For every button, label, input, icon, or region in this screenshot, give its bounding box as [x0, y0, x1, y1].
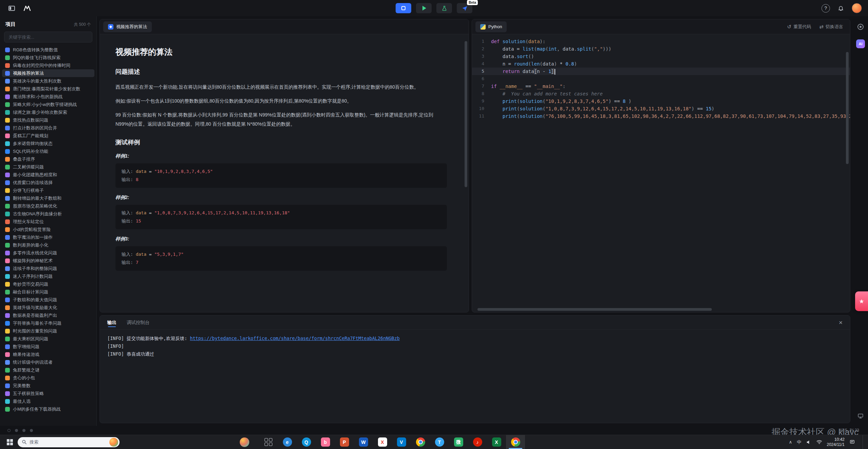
- wechat-taskbar-icon[interactable]: 微: [449, 435, 468, 449]
- code-line[interactable]: 2 data = list(map(int, data.split(","))): [472, 45, 850, 53]
- code-line[interactable]: 7if __name__ == "__main__":: [472, 83, 850, 90]
- sidebar-item[interactable]: 蛋糕工厂产能规划: [2, 132, 94, 140]
- code-line[interactable]: 10 print(solution("1,0,8,7,3,9,12,6,4,15…: [472, 105, 850, 112]
- sidebar-item[interactable]: 视频推荐的算法: [2, 69, 94, 77]
- sidebar-item[interactable]: 兔群繁殖之谜: [2, 366, 94, 374]
- netease-music-taskbar-icon[interactable]: ♪: [468, 435, 487, 449]
- sidebar-item[interactable]: 数列差异的最小化: [2, 241, 94, 249]
- tab-debug-console[interactable]: 调试控制台: [127, 316, 150, 329]
- sidebar-item[interactable]: 理想火车站定位: [2, 218, 94, 226]
- word-taskbar-icon[interactable]: W: [354, 435, 373, 449]
- task-view-taskbar-icon[interactable]: [259, 435, 278, 449]
- sidebar-item[interactable]: 二叉树供暖问题: [2, 163, 94, 171]
- code-editor[interactable]: 1def solution(data):2 data = list(map(in…: [472, 34, 850, 312]
- sidebar-item[interactable]: 打点计数器的区间合并: [2, 124, 94, 132]
- code-line[interactable]: 6: [472, 75, 850, 83]
- qq-taskbar-icon[interactable]: Q: [297, 435, 316, 449]
- ai-assistant-button[interactable]: AI: [855, 39, 866, 49]
- sidebar-item[interactable]: 翻转增益的最大子数组和: [2, 194, 94, 202]
- test-button[interactable]: [436, 3, 452, 13]
- taskbar-search[interactable]: 搜索: [18, 437, 120, 447]
- sidebar-item[interactable]: 五子棋获胜策略: [2, 390, 94, 397]
- bilibili-taskbar-icon[interactable]: b: [316, 435, 335, 449]
- ime-indicator[interactable]: 中: [797, 439, 801, 445]
- sidebar-item[interactable]: 唐门绝技:暴雨梨花针最少发射次数: [2, 85, 94, 93]
- sidebar-item[interactable]: 最小化团建熟悉程度和: [2, 171, 94, 179]
- sidebar-item[interactable]: 糖果传递游戏: [2, 351, 94, 358]
- reset-code-button[interactable]: ↺ 重置代码: [787, 24, 811, 30]
- chrome-active-taskbar-icon[interactable]: [506, 435, 525, 449]
- switch-language-button[interactable]: ⇄ 切换语言: [819, 24, 843, 30]
- sidebar-item[interactable]: 最佳人选: [2, 397, 94, 405]
- sidebar-item[interactable]: 英雄升级与奖励最大化: [2, 304, 94, 311]
- start-button[interactable]: [2, 435, 18, 449]
- wifi-icon[interactable]: [816, 439, 822, 445]
- sidebar-item[interactable]: 数字魔法的加一操作: [2, 233, 94, 241]
- volume-icon[interactable]: [806, 439, 812, 445]
- sidebar-item[interactable]: 英雄决斗的最大胜利次数: [2, 77, 94, 85]
- sidebar-item[interactable]: 优质窗口的连续选择: [2, 179, 94, 186]
- notifications-button[interactable]: [835, 3, 846, 14]
- sidebar-item[interactable]: 叠盘子排序: [2, 155, 94, 163]
- sidebar-item[interactable]: 小M的多任务下载器挑战: [2, 405, 94, 413]
- sidebar-item[interactable]: 统计班级中的说谎者: [2, 358, 94, 366]
- sidebar-item[interactable]: 多零件流水线优化问题: [2, 249, 94, 257]
- code-line[interactable]: 8 # You can add more test cases here: [472, 90, 850, 97]
- profile-image-taskbar-icon[interactable]: [235, 435, 254, 449]
- help-button[interactable]: ?: [821, 4, 830, 13]
- sidebar-item[interactable]: 股票市场交易策略优化: [2, 202, 94, 210]
- sidebar-item[interactable]: RGB色值转换为整数值: [2, 46, 94, 54]
- sidebar-item[interactable]: 贪心的小包: [2, 374, 94, 382]
- app-logo[interactable]: [22, 3, 33, 14]
- sidebar-item[interactable]: 策略大师:小y小w的数字猜谜挑战: [2, 101, 94, 108]
- pdf-reader-taskbar-icon[interactable]: X: [373, 435, 392, 449]
- sidebar-item[interactable]: 小d的货船租赁冒险: [2, 226, 94, 233]
- sidebar-item[interactable]: 时光囤的古董竞拍问题: [2, 327, 94, 335]
- sidebar-item[interactable]: 最大乘积区间问题: [2, 335, 94, 343]
- sidebar-item[interactable]: SQL代码补全功能: [2, 147, 94, 155]
- taskbar-clock[interactable]: 10:42 2024/11/1: [827, 437, 845, 447]
- sidebar-item[interactable]: 字符替换与最长子串问题: [2, 319, 94, 327]
- sidebar-item[interactable]: 子数组和的最大值问题: [2, 296, 94, 304]
- sidebar-item[interactable]: 魔法阵求和:小包的新挑战: [2, 93, 94, 101]
- format-button[interactable]: [396, 3, 411, 13]
- description-scrollbar[interactable]: [465, 41, 467, 187]
- sidebar-item[interactable]: 古生物DNA序列血缘分析: [2, 210, 94, 218]
- log-link[interactable]: https://bytedance.larkoffice.com/share/b…: [190, 336, 400, 341]
- sidebar-item[interactable]: 阿Q的最佳飞行路线探索: [2, 54, 94, 61]
- sidebar-item[interactable]: 绿洲之旅:最少补给次数探索: [2, 108, 94, 116]
- editor-vertical-scrollbar[interactable]: [846, 52, 849, 164]
- action-center-icon[interactable]: [849, 439, 855, 445]
- search-input[interactable]: [4, 32, 92, 42]
- code-line[interactable]: 11 print(solution("76,100,5,99,16,45,18,…: [472, 112, 850, 120]
- submit-button[interactable]: Beta: [457, 3, 472, 13]
- sidebar-item[interactable]: 连续子串和的整除问题: [2, 265, 94, 272]
- editor-horizontal-scrollbar[interactable]: [477, 308, 712, 311]
- sidebar-item[interactable]: 数据表是否能盈利产出: [2, 311, 94, 319]
- sidebar-toggle-button[interactable]: [6, 3, 17, 14]
- code-line[interactable]: 5 return data[n - 1]: [472, 68, 850, 75]
- sidebar-item[interactable]: 病毒在封闭空间中的传播时间: [2, 61, 94, 69]
- sidebar-item[interactable]: 完美整数: [2, 382, 94, 390]
- sidebar-item[interactable]: 奇妙货币交易问题: [2, 280, 94, 288]
- sidebar-item[interactable]: 多米诺骨牌均衡状态: [2, 140, 94, 147]
- user-avatar[interactable]: [852, 3, 862, 13]
- sidebar-item[interactable]: 查找热点数据问题: [2, 116, 94, 124]
- run-button[interactable]: [416, 3, 432, 13]
- code-line[interactable]: 1def solution(data):: [472, 38, 850, 45]
- powerpoint-taskbar-icon[interactable]: P: [335, 435, 354, 449]
- code-line[interactable]: 9 print(solution("10,1,9,2,8,3,7,4,6,5")…: [472, 97, 850, 105]
- tab-problem[interactable]: 视频推荐的算法: [103, 21, 152, 32]
- close-output-button[interactable]: ×: [839, 319, 843, 326]
- sidebar-item[interactable]: 数字增殖问题: [2, 343, 94, 351]
- sidebar-item[interactable]: 迷人子序列计数问题: [2, 272, 94, 280]
- edge-browser-taskbar-icon[interactable]: e: [278, 435, 297, 449]
- tab-python[interactable]: Python: [475, 21, 507, 32]
- sidebar-item[interactable]: 融合目标计算问题: [2, 288, 94, 296]
- vscode-taskbar-icon[interactable]: V: [392, 435, 411, 449]
- excel-taskbar-icon[interactable]: X: [487, 435, 506, 449]
- chrome-taskbar-icon[interactable]: [411, 435, 430, 449]
- code-line[interactable]: 3 data.sort(): [472, 53, 850, 60]
- show-desktop-button[interactable]: [863, 435, 865, 449]
- tim-taskbar-icon[interactable]: T: [430, 435, 449, 449]
